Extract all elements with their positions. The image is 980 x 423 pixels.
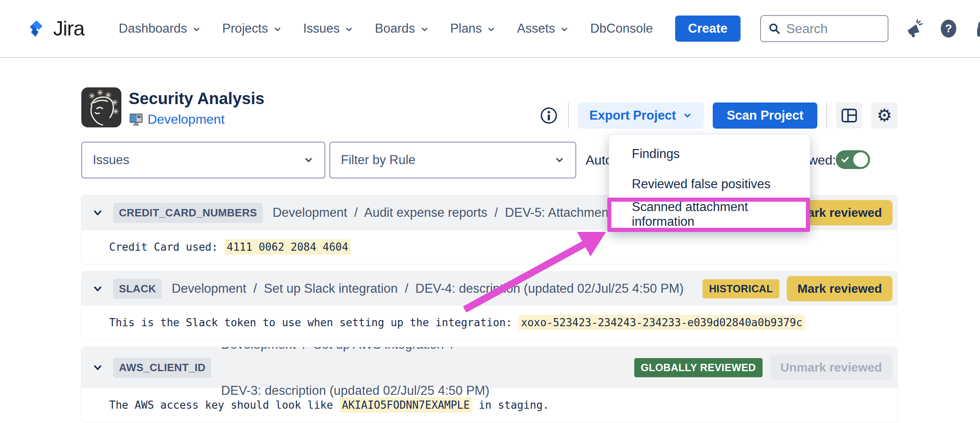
snippet-text: This is the Slack token to use when sett… — [109, 316, 519, 329]
finding-snippet: Credit Card used: 4111 0062 2084 4604 — [81, 230, 897, 264]
rule-badge: AWS_CLIENT_ID — [113, 358, 211, 378]
check-icon — [841, 155, 850, 164]
detected-secret: 4111 0062 2084 4604 — [224, 239, 351, 255]
export-project-label: Export Project — [589, 108, 676, 123]
project-avatar[interactable]: ✳ ✳ ✳ ✳ ✳ — [81, 87, 121, 127]
rule-filter-select[interactable]: Filter by Rule — [329, 142, 576, 178]
finding-header: SLACK Development / Set up Slack integra… — [81, 272, 897, 306]
svg-text:✳: ✳ — [112, 107, 119, 116]
page-title: Security Analysis — [129, 89, 264, 108]
divider — [568, 102, 569, 129]
auto-label-fragment: Auto — [586, 153, 613, 168]
svg-text:✳: ✳ — [89, 91, 96, 101]
nav-dbconsole[interactable]: DbConsole — [590, 21, 653, 36]
navbar-utility-icons: ? ⚙ ✳✳✳ — [904, 18, 980, 39]
chevron-down-icon — [682, 111, 692, 120]
layout-panel-icon — [841, 108, 857, 123]
face-with-snowflakes-art: ✳ ✳ ✳ ✳ ✳ — [81, 87, 121, 127]
globally-reviewed-badge: GLOBALLY REVIEWED — [634, 358, 763, 377]
nav-assets[interactable]: Assets — [517, 21, 569, 36]
chevron-down-icon — [420, 25, 429, 34]
menu-item-scanned-attachment-information[interactable]: Scanned attachment information — [609, 199, 810, 229]
svg-text:✳: ✳ — [112, 98, 119, 107]
chevron-down-icon — [560, 25, 569, 34]
brand-wordmark: Jira — [53, 17, 85, 40]
chevron-down-icon — [487, 25, 496, 34]
nav-dashboards[interactable]: Dashboards — [119, 21, 201, 36]
nav-label: DbConsole — [590, 21, 653, 36]
finding-actions: HISTORICAL Mark reviewed — [703, 276, 893, 301]
nav-label: Issues — [303, 21, 340, 36]
svg-text:?: ? — [945, 22, 952, 35]
desktop-computer-icon — [129, 112, 143, 127]
divider — [826, 102, 827, 129]
search-input[interactable] — [786, 21, 880, 36]
detected-secret: xoxo-523423-234243-234233-e039d02840a0b9… — [519, 315, 805, 330]
collapse-chevron-icon[interactable] — [92, 362, 103, 373]
nav-label: Assets — [517, 21, 555, 36]
snippet-text: The AWS access key should look like — [109, 399, 340, 411]
scan-project-button[interactable]: Scan Project — [713, 102, 817, 129]
menu-item-reviewed-false-positives[interactable]: Reviewed false positives — [609, 169, 810, 199]
finding-aws-client-id: AWS_CLIENT_ID Development / Set up AWS i… — [81, 347, 897, 422]
show-reviewed-toggle[interactable] — [836, 150, 870, 169]
chevron-down-icon — [345, 25, 354, 34]
nav-label: Projects — [222, 21, 268, 36]
finding-snippet: This is the Slack token to use when sett… — [81, 306, 897, 339]
detected-secret: AKIAIO5FODNN7EXAMPLE — [340, 397, 472, 413]
finding-slack-token: SLACK Development / Set up Slack integra… — [81, 272, 897, 339]
svg-text:✳: ✳ — [105, 90, 112, 100]
finding-header: AWS_CLIENT_ID Development / Set up AWS i… — [81, 347, 897, 388]
scope-select-value: Issues — [93, 153, 130, 167]
nav-plans[interactable]: Plans — [450, 21, 496, 36]
snippet-text: Credit Card used: — [109, 241, 224, 253]
jira-security-analysis-page: Jira Dashboards Projects Issues Boards P… — [0, 0, 980, 423]
rule-select-value: Filter by Rule — [341, 153, 416, 167]
search-icon — [768, 22, 781, 35]
path-line-1: Development / Set up AWS integration / — [221, 347, 624, 353]
announcements-megaphone-icon[interactable] — [904, 18, 924, 39]
menu-item-findings[interactable]: Findings — [609, 139, 810, 169]
primary-navigation: Dashboards Projects Issues Boards Plans … — [119, 21, 653, 36]
finding-path: Development / Set up Slack integration /… — [172, 281, 693, 296]
search-box[interactable] — [760, 15, 888, 42]
nav-boards[interactable]: Boards — [375, 21, 429, 36]
project-link-development[interactable]: Development — [148, 112, 225, 127]
lock-icon[interactable] — [973, 18, 980, 39]
nav-label: Boards — [375, 21, 415, 36]
export-project-menu: Findings Reviewed false positives Scanne… — [609, 135, 810, 232]
chevron-down-icon — [273, 25, 282, 34]
collapse-chevron-icon[interactable] — [92, 283, 103, 294]
path-line-2: DEV-3: description (updated 02/Jul/25 4:… — [221, 382, 624, 399]
nav-label: Dashboards — [119, 21, 187, 36]
toggle-knob — [853, 152, 868, 167]
mark-reviewed-button[interactable]: Mark reviewed — [787, 276, 893, 301]
svg-text:✳: ✳ — [97, 88, 104, 98]
create-button[interactable]: Create — [675, 16, 741, 42]
nav-issues[interactable]: Issues — [303, 21, 354, 36]
help-icon[interactable]: ? — [938, 18, 959, 39]
rule-badge: CREDIT_CARD_NUMBERS — [113, 203, 263, 223]
layout-panel-button[interactable] — [836, 102, 862, 129]
finding-actions: GLOBALLY REVIEWED Unmark reviewed — [634, 355, 893, 380]
rule-badge: SLACK — [113, 279, 162, 299]
nav-label: Plans — [450, 21, 482, 36]
collapse-chevron-icon[interactable] — [92, 207, 103, 218]
unmark-reviewed-button[interactable]: Unmark reviewed — [770, 355, 893, 380]
project-settings-gear-button[interactable]: ⚙ — [871, 102, 897, 129]
info-icon[interactable] — [539, 105, 559, 126]
historical-badge: HISTORICAL — [703, 279, 779, 298]
nav-projects[interactable]: Projects — [222, 21, 282, 36]
snippet-text: in staging. — [472, 399, 549, 411]
jira-logo[interactable]: Jira — [26, 17, 85, 40]
header-actions: Export Project Scan Project ⚙ — [539, 102, 897, 129]
top-navbar: Jira Dashboards Projects Issues Boards P… — [0, 0, 980, 58]
chevron-down-icon — [192, 25, 201, 34]
jira-mark-icon — [26, 18, 47, 39]
show-reviewed-label-fragment: wed: — [808, 153, 836, 168]
export-project-button[interactable]: Export Project — [578, 102, 704, 129]
gear-icon: ⚙ — [877, 107, 892, 124]
chevron-down-icon — [554, 155, 565, 165]
scope-select[interactable]: Issues — [81, 142, 325, 178]
chevron-down-icon — [303, 155, 314, 165]
